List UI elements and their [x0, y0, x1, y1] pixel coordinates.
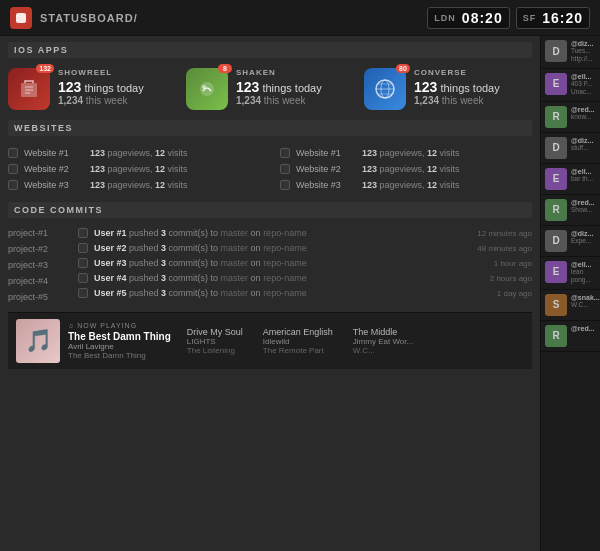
app-shaken-info: SHAKEN 123 things today 1,234 this week: [236, 68, 354, 106]
project-item: project-#3: [8, 260, 68, 270]
app-logo: [10, 7, 32, 29]
np-other-group-2: Idlewild: [263, 337, 333, 346]
sidebar-username-4: @ell...: [571, 168, 593, 175]
commit-checkbox[interactable]: [78, 243, 88, 253]
sidebar-item-7[interactable]: E @ell... lean pong...: [541, 257, 600, 290]
np-other-2: American English Idlewild The Remote Par…: [263, 327, 333, 355]
commit-text: User #3 pushed 3 commit(s) to master on …: [94, 258, 488, 268]
projects-list: project-#1 project-#2 project-#3 project…: [8, 228, 68, 302]
np-other-group-3: Jimmy Eat Wor...: [353, 337, 413, 346]
project-item: project-#2: [8, 244, 68, 254]
np-other-album-2: The Remote Part: [263, 346, 333, 355]
app-shaken-icon: [186, 68, 228, 110]
np-other-song-2: American English: [263, 327, 333, 337]
sidebar-item-4[interactable]: E @ell... bar th...: [541, 164, 600, 195]
app-shaken-week: 1,234 this week: [236, 95, 354, 106]
website-checkbox[interactable]: [8, 180, 18, 190]
sidebar-text-7: @ell... lean pong...: [571, 261, 596, 285]
website-checkbox[interactable]: [280, 180, 290, 190]
svg-point-5: [200, 82, 214, 96]
sidebar-text-9: @red...: [571, 325, 595, 332]
sidebar-text-2: @red... know...: [571, 106, 595, 121]
app-converse-info: CONVERSE 123 things today 1,234 this wee…: [414, 68, 532, 106]
sidebar-content-0: Tues... http://...: [571, 47, 596, 64]
sidebar-content-1: 403 F... Unac...: [571, 80, 596, 97]
sidebar-username-6: @diz...: [571, 230, 593, 237]
sidebar-avatar-0: D: [545, 40, 567, 62]
np-other-1: Drive My Soul LIGHTS The Listening: [187, 327, 243, 355]
ios-apps-header: IOS APPS: [8, 42, 532, 58]
sidebar-username-2: @red...: [571, 106, 595, 113]
website-checkbox[interactable]: [8, 164, 18, 174]
np-other-album-3: W.C...: [353, 346, 413, 355]
np-current-song: The Best Damn Thing: [68, 331, 171, 342]
website-name: Website #2: [296, 164, 356, 174]
main-layout: IOS APPS 132 SHOW: [0, 36, 600, 551]
sidebar-avatar-3: D: [545, 137, 567, 159]
app-shaken-badge: 8: [218, 64, 232, 73]
commit-time: 48 minutes ago: [477, 244, 532, 253]
sidebar-item-2[interactable]: R @red... know...: [541, 102, 600, 133]
website-checkbox[interactable]: [8, 148, 18, 158]
sidebar-item-0[interactable]: D @diz... Tues... http://...: [541, 36, 600, 69]
website-checkbox[interactable]: [280, 148, 290, 158]
website-stats: 123 pageviews, 12 visits: [362, 164, 460, 174]
website-left-2: Website #2 123 pageviews, 12 visits: [8, 162, 260, 176]
np-others: Drive My Soul LIGHTS The Listening Ameri…: [187, 327, 413, 355]
sidebar-item-5[interactable]: R @red... Show...: [541, 195, 600, 226]
np-current-album: The Best Damn Thing: [68, 351, 171, 360]
sidebar-item-3[interactable]: D @diz... stuff...: [541, 133, 600, 164]
commit-text: User #4 pushed 3 commit(s) to master on …: [94, 273, 484, 283]
app-converse-icon: [364, 68, 406, 110]
sidebar-username-5: @red...: [571, 199, 595, 206]
website-stats: 123 pageviews, 12 visits: [362, 148, 460, 158]
clock-sf: SF 16:20: [516, 7, 590, 29]
sidebar-item-1[interactable]: E @ell... 403 F... Unac...: [541, 69, 600, 102]
sidebar-avatar-2: R: [545, 106, 567, 128]
sidebar: D @diz... Tues... http://... E @ell... 4…: [540, 36, 600, 551]
website-stats: 123 pageviews, 12 visits: [90, 164, 188, 174]
sidebar-content-7: lean pong...: [571, 268, 596, 285]
commits-section: project-#1 project-#2 project-#3 project…: [8, 224, 532, 306]
clock-sf-time: 16:20: [542, 10, 583, 26]
sidebar-content-8: W.C...: [571, 301, 600, 309]
app-converse-name: CONVERSE: [414, 68, 532, 77]
commit-checkbox[interactable]: [78, 228, 88, 238]
website-right-1: Website #1 123 pageviews, 12 visits: [280, 146, 532, 160]
sidebar-item-6[interactable]: D @diz... Expe...: [541, 226, 600, 257]
commit-time: 1 hour ago: [494, 259, 532, 268]
clock-group: LDN 08:20 SF 16:20: [427, 7, 590, 29]
sidebar-item-8[interactable]: S @snak... W.C...: [541, 290, 600, 321]
commit-checkbox[interactable]: [78, 258, 88, 268]
project-item: project-#1: [8, 228, 68, 238]
app-shaken-name: SHAKEN: [236, 68, 354, 77]
app-showreel-icon-wrap: 132: [8, 68, 50, 110]
website-left-1: Website #1 123 pageviews, 12 visits: [8, 146, 260, 160]
np-other-3: The Middle Jimmy Eat Wor... W.C...: [353, 327, 413, 355]
commit-checkbox[interactable]: [78, 273, 88, 283]
sidebar-item-9[interactable]: R @red...: [541, 321, 600, 352]
website-right-3: Website #3 123 pageviews, 12 visits: [280, 178, 532, 192]
app-showreel-today: 123 things today: [58, 79, 176, 95]
app-showreel-badge: 132: [36, 64, 54, 73]
website-checkbox[interactable]: [280, 164, 290, 174]
ios-apps-grid: 132 SHOWREEL 123 things today 1,234 this…: [8, 64, 532, 114]
np-track-group: ♫ NOW PLAYING The Best Damn Thing Avril …: [68, 322, 171, 360]
clock-ldn-time: 08:20: [462, 10, 503, 26]
website-name: Website #1: [24, 148, 84, 158]
sidebar-content-3: stuff...: [571, 144, 593, 152]
website-stats: 123 pageviews, 12 visits: [90, 180, 188, 190]
sidebar-avatar-6: D: [545, 230, 567, 252]
commit-time: 12 minutes ago: [477, 229, 532, 238]
website-stats: 123 pageviews, 12 visits: [362, 180, 460, 190]
commit-time: 2 hours ago: [490, 274, 532, 283]
sidebar-content-2: know...: [571, 113, 595, 121]
commit-checkbox[interactable]: [78, 288, 88, 298]
sidebar-text-3: @diz... stuff...: [571, 137, 593, 152]
app-showreel-icon: [8, 68, 50, 110]
commit-row-1: User #1 pushed 3 commit(s) to master on …: [78, 228, 532, 238]
app-shaken: 8 SHAKEN 123 things today 1,234 this wee…: [186, 68, 354, 110]
sidebar-avatar-9: R: [545, 325, 567, 347]
app-showreel-week: 1,234 this week: [58, 95, 176, 106]
np-other-song-1: Drive My Soul: [187, 327, 243, 337]
